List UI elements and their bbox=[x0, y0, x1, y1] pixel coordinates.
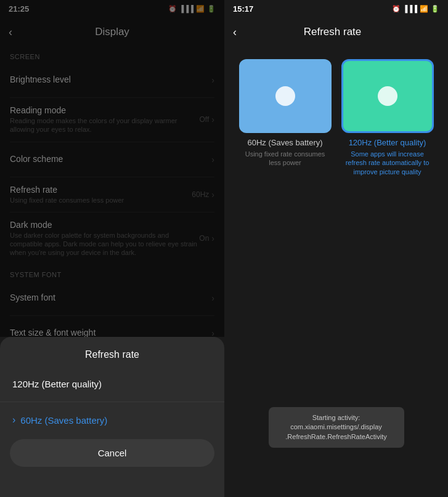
top-nav-right: ‹ Refresh rate bbox=[224, 17, 448, 47]
option-120hz-card[interactable]: 120Hz (Better quality) Some apps will in… bbox=[341, 59, 434, 176]
alarm-icon-right: ⏰ bbox=[392, 5, 401, 13]
refresh-options: 60Hz (Saves battery) Using fixed rate co… bbox=[224, 47, 448, 188]
option-60hz[interactable]: › 60Hz (Saves battery) bbox=[0, 406, 224, 434]
status-icons-right: ⏰ ▐▐▐ 📶 🔋 bbox=[392, 5, 439, 13]
blue-card bbox=[239, 59, 332, 133]
back-button-right[interactable]: ‹ bbox=[233, 26, 237, 39]
option-60hz-card-desc: Using fixed rate consumes less power bbox=[239, 150, 332, 168]
left-panel: 21:25 ⏰ ▐▐▐ 📶 🔋 ‹ Display SCREEN Brightn… bbox=[0, 0, 224, 497]
wifi-icon-right: 📶 bbox=[420, 5, 428, 13]
bottom-sheet-title: Refresh rate bbox=[0, 337, 224, 370]
card-dot-blue bbox=[275, 86, 295, 106]
option-120hz[interactable]: 120Hz (Better quality) bbox=[0, 370, 224, 398]
right-panel: 15:17 ⏰ ▐▐▐ 📶 🔋 ‹ Refresh rate 60Hz (Sav… bbox=[224, 0, 448, 497]
bottom-sheet: Refresh rate 120Hz (Better quality) › 60… bbox=[0, 337, 224, 497]
option-120hz-card-desc: Some apps will increase refresh rate aut… bbox=[341, 150, 434, 176]
dim-overlay bbox=[0, 0, 224, 337]
green-card bbox=[341, 59, 434, 133]
toast-message: Starting activity: com.xiaomi.misettings… bbox=[269, 407, 404, 448]
time-right: 15:17 bbox=[233, 4, 253, 14]
card-dot-green bbox=[378, 86, 397, 106]
status-bar-right: 15:17 ⏰ ▐▐▐ 📶 🔋 bbox=[224, 0, 448, 17]
cancel-button[interactable]: Cancel bbox=[10, 439, 214, 467]
page-title-right: Refresh rate bbox=[246, 26, 418, 38]
bottom-sheet-overlay: Refresh rate 120Hz (Better quality) › 60… bbox=[0, 337, 224, 497]
option-60hz-label: 60Hz (Saves battery) bbox=[20, 415, 107, 426]
option-60hz-card[interactable]: 60Hz (Saves battery) Using fixed rate co… bbox=[239, 59, 332, 176]
option-60hz-card-label: 60Hz (Saves battery) bbox=[247, 138, 322, 147]
sheet-divider bbox=[0, 402, 224, 402]
option-120hz-card-label: 120Hz (Better quality) bbox=[349, 138, 426, 147]
option-120hz-label: 120Hz (Better quality) bbox=[12, 379, 102, 389]
check-icon: › bbox=[12, 414, 15, 426]
battery-icon-right: 🔋 bbox=[431, 5, 439, 13]
signal-icon-right: ▐▐▐ bbox=[403, 5, 417, 12]
